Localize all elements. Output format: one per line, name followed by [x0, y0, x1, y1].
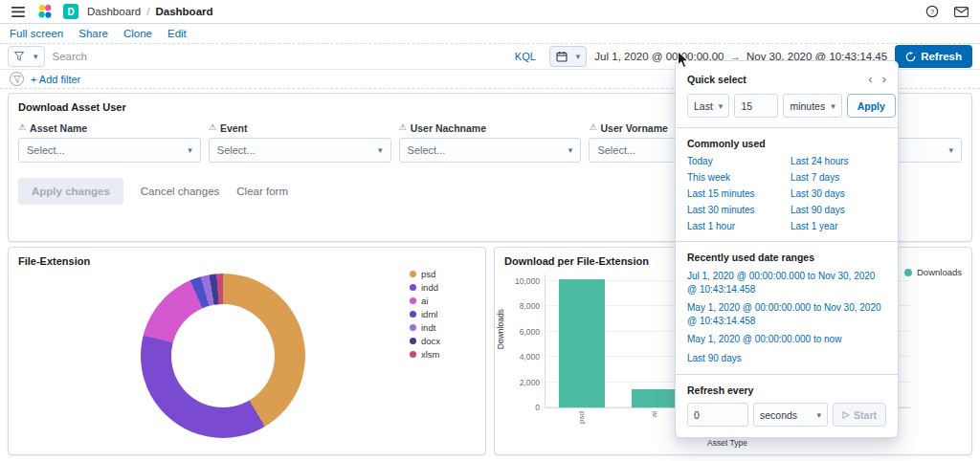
legend-item[interactable]: docx — [410, 336, 440, 346]
recent-range-link[interactable]: Last 90 days — [687, 352, 886, 365]
chevron-down-icon: ▾ — [378, 145, 383, 155]
commonly-used-link[interactable]: Last 7 days — [791, 172, 886, 183]
legend-item[interactable]: idml — [410, 309, 440, 319]
y-tick-label: 2,000 — [501, 378, 540, 387]
control-field-select-1[interactable]: Select...▾ — [209, 138, 391, 163]
search-area: KQL — [53, 51, 542, 62]
x-tick-label: psd — [577, 411, 586, 424]
x-tick-label: ai — [650, 411, 658, 417]
play-icon — [842, 411, 850, 419]
legend-swatch — [410, 338, 416, 344]
legend-swatch — [410, 324, 416, 331]
view-link-edit[interactable]: Edit — [167, 28, 187, 39]
commonly-used-grid: TodayLast 24 hoursThis weekLast 7 daysLa… — [687, 156, 886, 231]
search-input[interactable] — [53, 51, 509, 62]
top-header: D Dashboard / Dashboard ? — [0, 0, 980, 24]
view-link-clone[interactable]: Clone — [123, 28, 152, 39]
refresh-button[interactable]: Refresh — [895, 45, 972, 68]
commonly-used-link[interactable]: Last 15 minutes — [687, 188, 783, 199]
legend-label: idml — [421, 309, 437, 319]
next-time-window-icon[interactable]: › — [882, 72, 886, 86]
legend-item[interactable]: ai — [410, 296, 440, 306]
time-unit-select[interactable]: minutes▾ — [783, 94, 841, 118]
refresh-unit-select[interactable]: seconds▾ — [753, 403, 828, 427]
kql-toggle[interactable]: KQL — [515, 51, 536, 62]
refresh-every-title: Refresh every — [687, 384, 886, 396]
commonly-used-link[interactable]: This week — [687, 172, 783, 183]
commonly-used-link[interactable]: Last 1 hour — [687, 221, 783, 231]
control-field-label: ⚠Event — [209, 121, 391, 135]
start-refresh-button[interactable]: Start — [833, 403, 886, 427]
legend-item[interactable]: indd — [410, 282, 440, 293]
kibana-dashboard-app: D Dashboard / Dashboard ? Full screenSha… — [0, 0, 980, 461]
x-slot: psd — [545, 408, 617, 437]
commonly-used-link[interactable]: Last 90 days — [791, 205, 886, 215]
view-link-share[interactable]: Share — [78, 28, 108, 39]
legend-item[interactable]: psd — [410, 269, 440, 279]
warning-icon: ⚠ — [18, 123, 26, 132]
refresh-icon — [905, 52, 916, 62]
commonly-used-title: Commonly used — [687, 138, 886, 149]
legend-swatch — [410, 284, 416, 291]
donut-ring[interactable] — [141, 274, 305, 438]
svg-text:?: ? — [930, 8, 934, 16]
bar-ai[interactable] — [632, 389, 679, 407]
cancel-changes-button[interactable]: Cancel changes — [141, 186, 219, 197]
help-icon[interactable]: ? — [924, 3, 941, 20]
legend-label: indd — [421, 282, 438, 293]
pie-legend: psdinddaiidmlindtdocxxlsm — [410, 269, 440, 360]
previous-time-window-icon[interactable]: ‹ — [868, 72, 872, 86]
legend-item[interactable]: indt — [410, 322, 440, 333]
select-placeholder: Select... — [27, 144, 65, 156]
add-filter-button[interactable]: + Add filter — [31, 74, 80, 85]
saved-query-menu-button[interactable]: ▾ — [8, 46, 45, 67]
time-amount-input[interactable] — [734, 94, 778, 118]
breadcrumb-app[interactable]: Dashboard — [87, 6, 141, 17]
commonly-used-link[interactable]: Last 30 minutes — [687, 205, 783, 215]
bar-slot — [546, 274, 618, 407]
warning-icon: ⚠ — [399, 123, 407, 132]
control-field-label-text: User Nachname — [411, 122, 486, 134]
control-field-label-text: Event — [220, 122, 248, 134]
control-field-select-0[interactable]: Select...▾ — [18, 138, 201, 163]
chevron-down-icon: ▾ — [831, 101, 835, 111]
filter-icon[interactable] — [10, 72, 24, 86]
clear-form-button[interactable]: Clear form — [236, 186, 288, 197]
recent-range-link[interactable]: May 1, 2020 @ 00:00:00.000 to Nov 30, 20… — [687, 301, 886, 327]
filter-funnel-icon — [14, 52, 24, 61]
date-quick-select-button[interactable]: ▾ — [549, 46, 588, 67]
legend-swatch — [410, 271, 416, 277]
chevron-down-icon: ▾ — [568, 145, 573, 155]
legend-label: xlsm — [421, 349, 440, 360]
hamburger-menu-icon[interactable] — [10, 5, 27, 19]
control-field-select-2[interactable]: Select...▾ — [399, 138, 582, 163]
chevron-down-icon: ▾ — [817, 410, 822, 420]
elastic-logo[interactable] — [35, 2, 55, 21]
control-field-label-text: User Vorname — [600, 122, 667, 134]
commonly-used-link[interactable]: Last 24 hours — [791, 156, 886, 166]
file-extension-panel: File-Extension psdinddaiidmlindtdocxxlsm — [8, 247, 486, 455]
quick-apply-button[interactable]: Apply — [847, 94, 896, 118]
commonly-used-link[interactable]: Last 30 days — [791, 188, 886, 199]
divider — [676, 374, 898, 375]
legend-item[interactable]: xlsm — [410, 349, 440, 360]
warning-icon: ⚠ — [209, 123, 216, 132]
commonly-used-link[interactable]: Today — [687, 156, 783, 166]
control-field-1: ⚠EventSelect...▾ — [209, 121, 391, 163]
newsfeed-icon[interactable] — [952, 5, 970, 19]
legend-label: indt — [421, 322, 435, 333]
chevron-down-icon: ▾ — [719, 101, 724, 111]
refresh-interval-input[interactable] — [687, 403, 748, 427]
tense-select[interactable]: Last▾ — [687, 94, 729, 118]
recent-ranges-list: Jul 1, 2020 @ 00:00:00.000 to Nov 30, 20… — [687, 270, 886, 364]
bar-psd[interactable] — [559, 279, 606, 407]
view-link-full-screen[interactable]: Full screen — [10, 28, 63, 39]
recent-range-link[interactable]: Jul 1, 2020 @ 00:00:00.000 to Nov 30, 20… — [687, 270, 886, 296]
legend-swatch — [410, 351, 416, 358]
recent-range-link[interactable]: May 1, 2020 @ 00:00:00.000 to now — [687, 333, 886, 346]
chevron-down-icon: ▾ — [948, 145, 953, 155]
commonly-used-link[interactable]: Last 1 year — [791, 221, 886, 231]
apply-changes-button[interactable]: Apply changes — [18, 178, 123, 205]
x-axis-title: Asset Type — [495, 437, 910, 450]
y-tick-label: 6,000 — [501, 327, 540, 337]
